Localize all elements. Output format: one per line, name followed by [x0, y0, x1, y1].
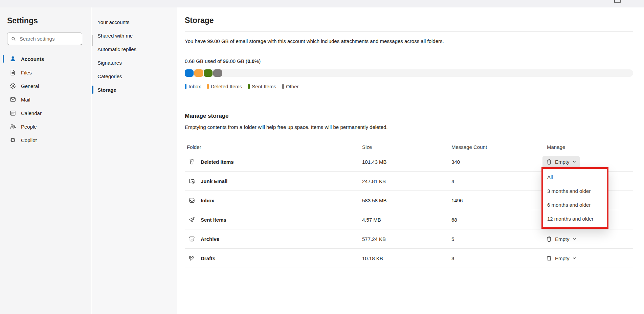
trash-icon	[546, 236, 552, 242]
subnav-item-label: Storage	[97, 87, 116, 93]
empty-button[interactable]: Empty	[542, 253, 580, 264]
storage-panel: Storage You have 99.00 GB of email stora…	[177, 7, 644, 314]
folder-message-count: 68	[451, 217, 542, 223]
folder-message-count: 340	[451, 159, 542, 165]
folder-message-count: 4	[451, 178, 542, 184]
legend-label: Sent Items	[252, 84, 276, 89]
legend-swatch	[207, 84, 209, 89]
send-icon	[188, 216, 195, 223]
table-row-drafts: Drafts 10.18 KB 3 Empty	[185, 249, 633, 268]
folder-size: 4.57 MB	[361, 217, 451, 223]
folder-size: 577.24 KB	[361, 236, 451, 242]
bar-segment-deleted-items	[194, 69, 203, 77]
archive-icon	[188, 236, 195, 242]
settings-title: Settings	[7, 16, 38, 25]
sidebar-item-files[interactable]: Files	[0, 66, 91, 79]
settings-nav: Accounts Files General Mail Calendar Peo…	[0, 52, 91, 147]
page-title: Storage	[185, 16, 214, 25]
menu-item-3-months-and-older[interactable]: 3 months and older	[543, 184, 607, 198]
subnav-item-signatures[interactable]: Signatures	[92, 56, 177, 69]
sidebar-item-copilot[interactable]: Copilot	[0, 133, 91, 147]
folder-size: 101.43 MB	[361, 159, 451, 165]
person-icon	[9, 55, 16, 62]
sidebar-item-label: Calendar	[21, 110, 42, 116]
inbox-icon	[188, 197, 195, 204]
sidebar-item-general[interactable]: General	[0, 79, 91, 93]
document-icon	[9, 69, 16, 76]
manage-storage-description: Emptying contents from a folder will hel…	[185, 124, 387, 130]
trash-icon	[188, 158, 195, 165]
copilot-icon	[9, 137, 16, 143]
empty-button[interactable]: Empty	[542, 233, 580, 245]
legend-label: Inbox	[188, 84, 201, 89]
folder-name: Drafts	[201, 255, 215, 261]
folder-message-count: 5	[451, 236, 542, 242]
header-manage: Manage	[542, 144, 633, 150]
folder-name: Archive	[201, 236, 219, 242]
subnav-item-label: Shared with me	[97, 33, 133, 39]
legend-item-sent-items: Sent Items	[248, 84, 276, 89]
menu-item-all[interactable]: All	[543, 170, 607, 184]
storage-intro-text: You have 99.00 GB of email storage with …	[185, 38, 444, 44]
chevron-down-icon	[572, 256, 576, 260]
subnav-item-storage[interactable]: Storage	[92, 83, 177, 96]
legend-swatch	[248, 84, 250, 89]
legend-item-deleted-items: Deleted Items	[207, 84, 242, 89]
empty-button[interactable]: Empty	[542, 156, 580, 167]
sidebar-item-label: General	[21, 83, 39, 89]
menu-item-12-months-and-older[interactable]: 12 months and older	[543, 212, 607, 226]
sidebar-item-label: Accounts	[21, 56, 44, 62]
sidebar-item-calendar[interactable]: Calendar	[0, 106, 91, 120]
settings-sidebar: Settings Accounts Files General Mail Cal…	[0, 7, 91, 314]
header-message-count: Message Count	[451, 144, 542, 150]
subnav-item-shared-with-me[interactable]: Shared with me	[92, 29, 177, 42]
legend-label: Deleted Items	[211, 84, 242, 89]
window-title-bar	[0, 0, 644, 7]
search-input[interactable]	[19, 36, 79, 42]
subnav-item-label: Automatic replies	[97, 46, 136, 52]
junk-folder-icon	[188, 178, 195, 184]
title-divider	[185, 31, 633, 32]
storage-legend: Inbox Deleted Items Sent Items Other	[185, 84, 298, 89]
sidebar-item-label: Files	[21, 70, 32, 75]
settings-search-box[interactable]	[7, 32, 82, 45]
chevron-down-icon	[572, 237, 576, 241]
drafts-icon	[188, 255, 195, 262]
table-row-archive: Archive 577.24 KB 5 Empty	[185, 229, 633, 249]
table-header-row: Folder Size Message Count Manage	[185, 142, 633, 152]
sidebar-item-people[interactable]: People	[0, 120, 91, 133]
folder-name: Sent Items	[201, 217, 226, 223]
subnav-item-automatic-replies[interactable]: Automatic replies	[92, 42, 177, 56]
subnav-item-label: Categories	[97, 73, 122, 79]
manage-storage-title: Manage storage	[185, 113, 228, 119]
header-size: Size	[361, 144, 451, 150]
trash-icon	[546, 159, 552, 165]
subnav-item-categories[interactable]: Categories	[92, 69, 177, 83]
window-restore-icon[interactable]	[614, 0, 621, 3]
gear-icon	[9, 83, 16, 89]
menu-item-6-months-and-older[interactable]: 6 months and older	[543, 198, 607, 212]
folder-message-count: 1496	[451, 198, 542, 203]
people-icon	[9, 123, 16, 130]
empty-menu: All3 months and older6 months and older1…	[541, 167, 608, 229]
bar-segment-other	[213, 69, 222, 77]
sidebar-item-label: Mail	[21, 97, 30, 103]
bar-segment-inbox	[185, 69, 194, 77]
storage-usage-bar	[185, 69, 633, 77]
folder-name: Inbox	[201, 198, 214, 203]
folder-message-count: 3	[451, 255, 542, 261]
legend-swatch	[282, 84, 284, 89]
folder-size: 247.81 KB	[361, 178, 451, 184]
header-folder: Folder	[185, 144, 361, 150]
sidebar-item-mail[interactable]: Mail	[0, 93, 91, 106]
accounts-subnav: Your accounts Shared with me Automatic r…	[92, 7, 177, 314]
subnav-item-your-accounts[interactable]: Your accounts	[92, 15, 177, 29]
folder-size: 10.18 KB	[361, 255, 451, 261]
sidebar-item-accounts[interactable]: Accounts	[0, 52, 91, 66]
subnav-item-label: Your accounts	[97, 19, 130, 25]
legend-item-other: Other	[282, 84, 299, 89]
storage-usage-text: 0.68 GB used of 99.00 GB (0.0%)	[185, 58, 261, 64]
mail-icon	[9, 96, 16, 103]
bar-segment-sent-items	[204, 69, 213, 77]
legend-label: Other	[286, 84, 299, 89]
